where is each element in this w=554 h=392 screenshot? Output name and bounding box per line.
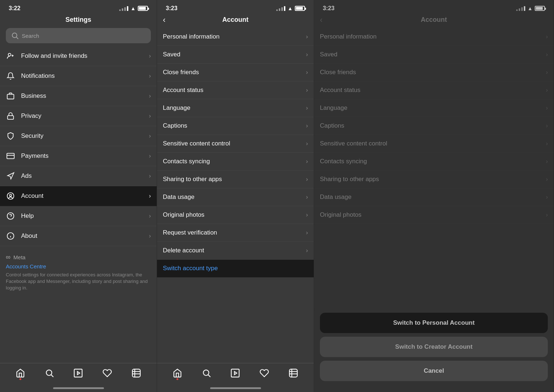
menu-item-account-status[interactable]: Account status ›	[157, 81, 314, 99]
sharing-label-3: Sharing to other apps	[320, 176, 540, 183]
panel-settings: 3:22 ▲ Settings Search	[0, 0, 157, 392]
cancel-button[interactable]: Cancel	[320, 361, 548, 381]
menu-item-business[interactable]: Business ›	[0, 86, 157, 106]
menu-item-contacts[interactable]: Contacts syncing ›	[157, 153, 314, 171]
menu-item-original-photos[interactable]: Original photos ›	[157, 206, 314, 224]
tab-search-1[interactable]	[44, 368, 55, 379]
panel-account-overlay: 3:23 ▲ ‹ Account Personal information › …	[314, 0, 554, 392]
search-bar[interactable]: Search	[6, 28, 151, 43]
contacts-label: Contacts syncing	[163, 158, 300, 165]
business-chevron: ›	[149, 93, 151, 99]
menu-item-security[interactable]: Security ›	[0, 126, 157, 146]
switch-to-creator-button[interactable]: Switch to Creator Account	[320, 337, 548, 357]
menu-item-switch-account-type[interactable]: Switch account type	[157, 260, 314, 277]
captions-label-3: Captions	[320, 122, 540, 129]
follow-chevron: ›	[149, 53, 151, 59]
menu-item-payments[interactable]: Payments ›	[0, 146, 157, 166]
menu-item-ads[interactable]: Ads ›	[0, 166, 157, 186]
signal-2	[276, 6, 285, 11]
status-icons-1: ▲	[119, 5, 148, 11]
original-photos-label-3: Original photos	[320, 211, 540, 219]
help-label: Help	[21, 212, 143, 220]
tab-heart-2[interactable]	[259, 368, 270, 379]
menu-item-close-friends-3: Close friends ›	[314, 64, 554, 81]
menu-item-about[interactable]: About ›	[0, 226, 157, 246]
menu-item-help[interactable]: Help ›	[0, 206, 157, 226]
svg-rect-5	[7, 94, 14, 99]
notifications-chevron: ›	[149, 73, 151, 79]
notifications-label: Notifications	[21, 72, 143, 80]
meta-section: ∞ Meta Accounts Centre Control settings …	[0, 246, 157, 295]
lock-icon	[6, 111, 15, 121]
time-1: 3:22	[9, 5, 20, 12]
saved-label-3: Saved	[320, 51, 540, 58]
menu-item-data-usage[interactable]: Data usage ›	[157, 188, 314, 206]
saved-chevron: ›	[306, 51, 308, 58]
tab-reels-1[interactable]	[73, 368, 84, 379]
person-circle-icon	[6, 191, 15, 201]
menu-item-account[interactable]: Account ›	[0, 186, 157, 206]
settings-menu-list: Follow and invite friends › Notification…	[0, 46, 157, 363]
tab-profile-1[interactable]	[131, 368, 142, 379]
ads-chevron: ›	[149, 173, 151, 179]
svg-rect-7	[8, 116, 14, 119]
menu-item-request-verification[interactable]: Request verification ›	[157, 224, 314, 242]
menu-item-captions[interactable]: Captions ›	[157, 117, 314, 135]
captions-label: Captions	[163, 122, 300, 129]
megaphone-icon	[6, 171, 15, 181]
menu-item-delete-account[interactable]: Delete account ›	[157, 242, 314, 260]
notifications-icon	[6, 71, 15, 81]
tab-home-2[interactable]	[172, 368, 183, 379]
menu-item-close-friends[interactable]: Close friends ›	[157, 64, 314, 81]
menu-item-notifications[interactable]: Notifications ›	[0, 66, 157, 86]
request-verification-label: Request verification	[163, 229, 300, 236]
signal-1	[119, 6, 128, 11]
contacts-label-3: Contacts syncing	[320, 158, 540, 165]
menu-item-sharing[interactable]: Sharing to other apps ›	[157, 171, 314, 188]
tab-heart-1[interactable]	[102, 368, 113, 379]
card-icon	[6, 151, 15, 161]
bottom-tabs-1	[0, 363, 157, 387]
back-button-2[interactable]: ‹	[163, 15, 165, 25]
meta-description: Control settings for connected experienc…	[6, 272, 151, 292]
close-friends-label-3: Close friends	[320, 69, 540, 76]
svg-point-25	[203, 370, 209, 375]
tab-search-2[interactable]	[201, 368, 212, 379]
back-button-3[interactable]: ‹	[320, 15, 322, 25]
search-placeholder: Search	[22, 33, 39, 39]
accounts-centre-link[interactable]: Accounts Centre	[6, 263, 151, 269]
home-indicator-1	[53, 387, 104, 389]
svg-marker-20	[77, 372, 80, 375]
contacts-chevron: ›	[306, 158, 308, 165]
personal-info-label-3: Personal information	[320, 33, 540, 40]
time-3: 3:23	[323, 5, 334, 12]
help-icon	[6, 211, 15, 221]
menu-item-language[interactable]: Language ›	[157, 99, 314, 117]
nav-bar-2: ‹ Account	[157, 15, 314, 28]
battery-icon-1	[138, 6, 148, 11]
menu-item-personal-info[interactable]: Personal information ›	[157, 28, 314, 46]
home-indicator-2	[210, 387, 261, 389]
menu-item-sensitive[interactable]: Sensitive content control ›	[157, 135, 314, 153]
svg-rect-27	[232, 369, 240, 377]
follow-label: Follow and invite friends	[21, 52, 143, 60]
switch-to-personal-button[interactable]: Switch to Personal Account	[320, 313, 548, 333]
tab-profile-2[interactable]	[288, 368, 299, 379]
time-2: 3:23	[166, 5, 177, 12]
tab-reels-2[interactable]	[230, 368, 241, 379]
business-icon	[6, 91, 15, 101]
menu-item-captions-3: Captions ›	[314, 117, 554, 135]
menu-item-follow[interactable]: Follow and invite friends ›	[0, 46, 157, 66]
delete-account-chevron: ›	[306, 247, 308, 254]
menu-item-privacy[interactable]: Privacy ›	[0, 106, 157, 126]
security-chevron: ›	[149, 133, 151, 139]
menu-item-original-photos-3: Original photos ›	[314, 206, 554, 224]
meta-label: Meta	[13, 254, 25, 260]
menu-item-saved[interactable]: Saved ›	[157, 46, 314, 64]
sharing-label: Sharing to other apps	[163, 176, 300, 183]
about-label: About	[21, 232, 143, 240]
tab-home-1[interactable]	[15, 368, 26, 379]
account-menu-list: Personal information › Saved › Close fri…	[157, 28, 314, 363]
account-title: Account	[222, 16, 249, 24]
battery-icon-3	[535, 6, 545, 11]
